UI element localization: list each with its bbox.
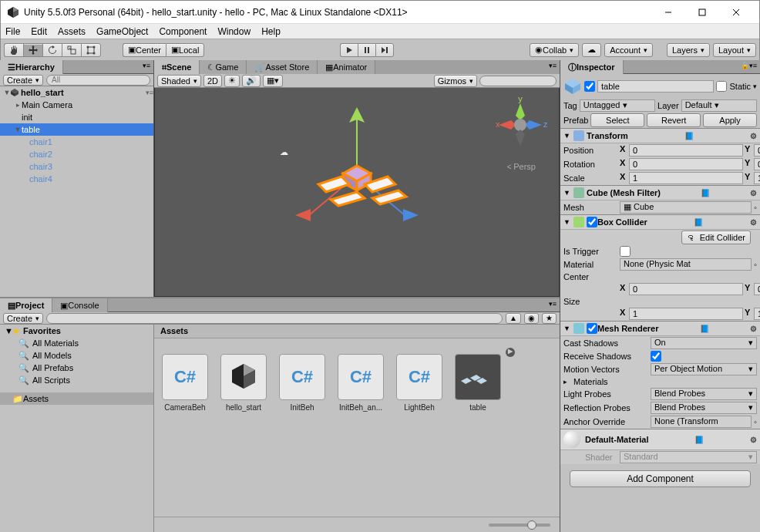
close-button[interactable]	[719, 2, 753, 23]
physic-material-field[interactable]: None (Physic Mat	[620, 258, 752, 271]
add-component-button[interactable]: Add Component	[570, 470, 751, 487]
component-gear-icon[interactable]: ⚙	[750, 189, 757, 197]
fav-all-scripts[interactable]: 🔍All Scripts	[0, 374, 153, 386]
motion-vectors-dropdown[interactable]: Per Object Motion ▾	[651, 363, 757, 375]
edit-collider-button[interactable]: ꄗ Edit Collider	[681, 231, 751, 244]
menu-help[interactable]: Help	[261, 26, 281, 37]
asset-initbeh[interactable]: C#InitBeh	[277, 354, 327, 412]
project-search-input[interactable]	[46, 313, 503, 324]
light-probes-dropdown[interactable]: Blend Probes ▾	[651, 388, 757, 400]
prefab-apply-button[interactable]: Apply	[703, 113, 757, 127]
pivot-local-button[interactable]: ▣ Local	[166, 43, 204, 57]
hierarchy-scene-root[interactable]: ▼hello_start▾≡	[0, 86, 153, 99]
menu-edit[interactable]: Edit	[31, 26, 47, 37]
position-y-input[interactable]	[754, 144, 760, 157]
receive-shadows-checkbox[interactable]	[651, 351, 661, 362]
object-picker-icon[interactable]: ◦	[754, 203, 757, 212]
panel-menu-icon[interactable]: ▾≡	[140, 60, 153, 73]
menu-gameobject[interactable]: GameObject	[96, 26, 148, 37]
favorites-header[interactable]: ▼★Favorites	[0, 325, 153, 337]
shader-dropdown[interactable]: Standard ▾	[620, 451, 757, 463]
scale-y-input[interactable]	[754, 172, 760, 184]
component-gear-icon[interactable]: ⚙	[750, 132, 757, 140]
menu-file[interactable]: File	[5, 26, 20, 37]
project-panel-menu-icon[interactable]: ▾≡	[546, 298, 560, 311]
cast-shadows-dropdown[interactable]: On ▾	[651, 337, 757, 349]
mesh-field[interactable]: ▦ Cube	[620, 201, 752, 214]
pivot-center-button[interactable]: ▣ Center	[123, 43, 166, 57]
shading-mode-dropdown[interactable]: Shaded	[157, 75, 201, 87]
search-type-button[interactable]: ◉	[524, 313, 539, 324]
object-picker-icon[interactable]: ◦	[754, 417, 757, 426]
gameobject-active-checkbox[interactable]	[584, 81, 595, 92]
fav-all-materials[interactable]: 🔍All Materials	[0, 337, 153, 349]
game-tab[interactable]: ☾ Game	[200, 60, 247, 74]
pause-button[interactable]	[358, 43, 375, 57]
object-picker-icon[interactable]: ◦	[754, 260, 757, 269]
hierarchy-search-input[interactable]	[46, 75, 150, 86]
hand-tool-button[interactable]	[4, 43, 23, 57]
component-help-icon[interactable]: 📘	[701, 189, 710, 197]
fav-all-prefabs[interactable]: 🔍All Prefabs	[0, 362, 153, 374]
maximize-button[interactable]	[685, 2, 719, 23]
scale-tool-button[interactable]	[62, 43, 81, 57]
gameobject-name-input[interactable]	[597, 80, 714, 93]
2d-toggle-button[interactable]: 2D	[203, 75, 222, 87]
hierarchy-create-button[interactable]: Create	[3, 75, 43, 86]
fx-toggle-button[interactable]: ▦▾	[263, 75, 283, 87]
scene-panel-menu-icon[interactable]: ▾≡	[546, 60, 560, 74]
asset-initbeh-an[interactable]: C#InitBeh_an...	[336, 354, 385, 412]
is-trigger-checkbox[interactable]	[620, 246, 631, 257]
asset-table[interactable]: ▶table	[453, 354, 503, 412]
component-help-icon[interactable]: 📘	[700, 325, 709, 333]
scene-tab[interactable]: ⌗ Scene	[154, 60, 200, 74]
component-gear-icon[interactable]: ⚙	[750, 218, 757, 227]
menu-component[interactable]: Component	[159, 26, 207, 37]
search-filter-button[interactable]: ▲	[506, 313, 521, 324]
animator-tab[interactable]: ▦ Animator	[318, 60, 375, 74]
rotation-x-input[interactable]	[629, 158, 743, 170]
scale-x-input[interactable]	[629, 172, 743, 184]
component-gear-icon[interactable]: ⚙	[750, 436, 757, 444]
minimize-button[interactable]	[651, 2, 685, 23]
hierarchy-item-chair1[interactable]: chair1	[0, 136, 153, 148]
asset-size-slider[interactable]	[154, 517, 560, 532]
component-help-icon[interactable]: 📘	[684, 132, 694, 140]
asset-lightbeh[interactable]: C#LightBeh	[395, 354, 444, 412]
console-tab[interactable]: ▣ Console	[52, 298, 107, 312]
fav-all-models[interactable]: 🔍All Models	[0, 349, 153, 362]
hierarchy-tab[interactable]: ☰ Hierarchy	[0, 60, 63, 74]
inspector-lock-icon[interactable]: 🔒▾≡	[738, 60, 760, 73]
hierarchy-item-chair3[interactable]: chair3	[0, 160, 153, 173]
mesh-renderer-enabled-checkbox[interactable]	[587, 323, 597, 334]
move-tool-button[interactable]	[23, 43, 42, 57]
hierarchy-item-main-camera[interactable]: ▸Main Camera	[0, 99, 153, 111]
box-collider-enabled-checkbox[interactable]	[587, 217, 597, 227]
component-help-icon[interactable]: 📘	[694, 436, 704, 444]
step-button[interactable]	[375, 43, 394, 57]
scene-search-input[interactable]	[479, 76, 557, 86]
search-save-button[interactable]: ★	[542, 313, 557, 324]
inspector-tab[interactable]: ⓘ Inspector	[560, 60, 624, 74]
collider-center-y-input[interactable]	[754, 283, 760, 295]
light-toggle-button[interactable]: ☀	[224, 75, 240, 87]
collider-size-x-input[interactable]	[629, 308, 743, 320]
static-checkbox[interactable]	[716, 81, 727, 92]
layers-dropdown[interactable]: Layers	[667, 43, 710, 57]
hierarchy-item-chair2[interactable]: chair2	[0, 148, 153, 160]
layer-dropdown[interactable]: Default ▾	[681, 99, 757, 112]
materials-foldout[interactable]: Materials	[573, 377, 608, 386]
account-dropdown[interactable]: Account	[604, 43, 653, 57]
prefab-revert-button[interactable]: Revert	[647, 113, 701, 127]
collab-dropdown[interactable]: ◉ Collab	[530, 43, 579, 57]
hierarchy-item-chair4[interactable]: chair4	[0, 173, 153, 185]
component-gear-icon[interactable]: ⚙	[750, 325, 757, 333]
asset-hello-start[interactable]: hello_start	[219, 354, 268, 412]
asset-camerabeh[interactable]: C#CameraBeh	[160, 354, 210, 412]
hierarchy-item-table[interactable]: ▼table	[0, 123, 153, 136]
position-x-input[interactable]	[629, 144, 743, 157]
tag-dropdown[interactable]: Untagged ▾	[580, 99, 655, 112]
hierarchy-item-init[interactable]: init	[0, 111, 153, 123]
scene-viewport[interactable]: y x z < Persp	[154, 88, 560, 297]
play-button[interactable]	[340, 43, 358, 57]
